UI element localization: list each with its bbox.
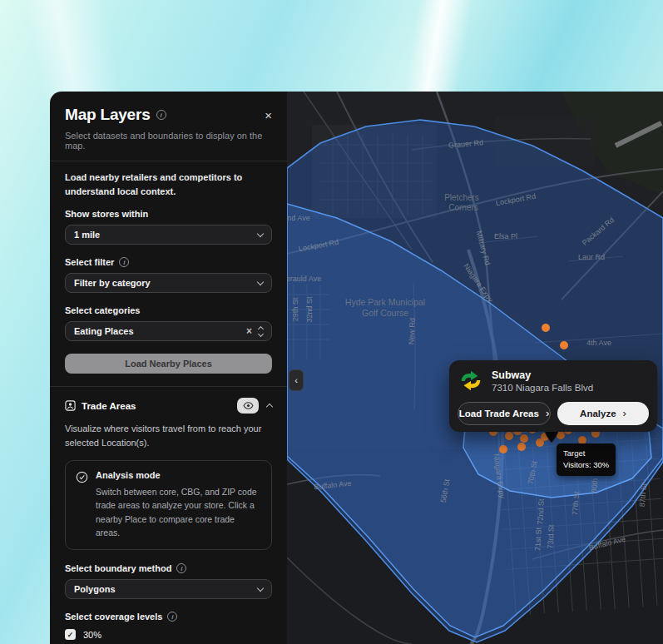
info-icon[interactable]: i [156, 110, 166, 120]
coverage-levels-label: Select coverage levels i [65, 612, 272, 622]
categories-label: Select categories [65, 305, 272, 315]
categories-value: Eating Places [74, 326, 134, 336]
tooltip-line2: Visitors: 30% [563, 459, 609, 471]
visibility-toggle[interactable] [237, 398, 259, 414]
poi-dot[interactable] [542, 324, 550, 332]
map-road-label: Elsa Pl [494, 232, 517, 240]
chevron-down-icon [257, 230, 264, 236]
map-road-label: 73rd St [546, 524, 556, 549]
map-road-label: New Rd [407, 318, 417, 344]
close-icon[interactable]: × [265, 109, 272, 121]
store-popup: Subway 7310 Niagara Falls Blvd Load Trad… [449, 360, 657, 432]
poi-dot[interactable] [517, 443, 526, 451]
store-address: 7310 Niagara Falls Blvd [492, 383, 593, 393]
poi-dot[interactable] [560, 341, 568, 349]
map-canvas[interactable]: Grauer RdPletchersCornersLockport Rdnd A… [287, 92, 663, 644]
map-road-label: Hyde Park Municipal [345, 297, 425, 307]
popup-analyze-button[interactable]: Analyze › [557, 402, 649, 425]
poi-dot[interactable] [505, 432, 513, 440]
boundary-method-select[interactable]: Polygons [65, 579, 272, 599]
panel-subtitle: Select datasets and boundaries to displa… [65, 131, 272, 151]
person-pin-icon [65, 400, 76, 411]
subway-logo-icon [458, 368, 484, 394]
map-road-label: Pletchers [444, 193, 479, 202]
map-road-label: 29th St [291, 298, 299, 322]
poi-dot[interactable] [499, 445, 507, 453]
map-layers-panel: Map Layers i × Select datasets and bound… [50, 92, 287, 644]
map-road-label: Corners [448, 203, 478, 212]
info-icon[interactable]: i [176, 563, 186, 573]
radius-select[interactable]: 1 mile [65, 225, 272, 245]
eye-icon [243, 402, 254, 409]
radius-label: Show stores within [65, 209, 272, 219]
map-road-label: Golf Course [362, 308, 408, 318]
chevron-right-icon: › [623, 407, 626, 419]
chevron-right-icon: › [546, 407, 549, 419]
clear-icon[interactable]: × [246, 325, 252, 337]
analysis-mode-icon [76, 471, 88, 483]
chevron-down-icon [257, 278, 264, 285]
store-name: Subway [492, 369, 593, 381]
popup-analyze-label: Analyze [580, 409, 616, 419]
map-road-label: Laur Rd [578, 253, 605, 261]
coverage-tooltip: Target Visitors: 30% [557, 443, 616, 476]
trade-areas-title: Trade Areas [82, 401, 136, 411]
filter-select[interactable]: Filter by category [65, 273, 272, 293]
boundary-method-value: Polygons [74, 584, 116, 594]
map-road-label: 32nd St [305, 296, 314, 322]
analysis-mode-body: Switch between core, CBG, and ZIP code t… [96, 485, 261, 539]
filter-value: Filter by category [74, 278, 151, 288]
checkbox-checked-icon: ✓ [65, 629, 76, 640]
analysis-mode-card: Analysis mode Switch between core, CBG, … [65, 460, 272, 550]
map-road-label: erauld Ave [287, 275, 321, 283]
panel-title: Map Layers [65, 106, 151, 124]
radius-value: 1 mile [74, 230, 100, 240]
poi-dot[interactable] [520, 434, 528, 443]
coverage-checkbox-30[interactable]: ✓ 30% [50, 629, 287, 640]
chevron-up-icon[interactable] [266, 404, 273, 410]
tooltip-line1: Target [563, 448, 609, 459]
map-road-label: 4th Ave [586, 339, 611, 347]
panel-collapse-button[interactable]: ‹ [289, 369, 304, 391]
popup-load-trade-areas-button[interactable]: Load Trade Areas › [458, 402, 551, 425]
popup-load-trade-areas-label: Load Trade Areas [459, 409, 539, 419]
nearby-description: Load nearby retailers and competitors to… [65, 171, 272, 198]
load-nearby-places-button[interactable]: Load Nearby Places [65, 354, 272, 374]
filter-label: Select filter i [65, 257, 272, 267]
map-road-label: 71st St [533, 528, 542, 552]
categories-combobox[interactable]: Eating Places × [65, 321, 272, 341]
chevron-down-icon [257, 584, 264, 591]
analysis-mode-title: Analysis mode [96, 470, 261, 480]
trade-areas-description: Visualize where visitors travel from to … [50, 414, 287, 449]
info-icon[interactable]: i [167, 612, 177, 622]
coverage-option-label: 30% [83, 630, 101, 640]
info-icon[interactable]: i [119, 257, 129, 267]
map-road-label: nd Ave [287, 214, 309, 222]
boundary-method-label: Select boundary method i [65, 563, 272, 573]
select-updown-icon [259, 327, 263, 336]
chevron-left-icon: ‹ [294, 375, 298, 385]
map-road-label: 72nd St [536, 498, 546, 525]
